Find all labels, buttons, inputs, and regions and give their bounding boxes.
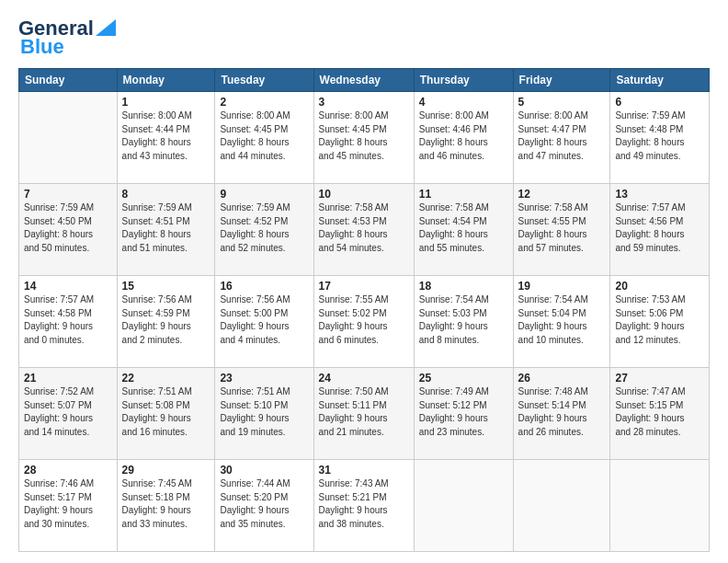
day-number: 8: [122, 188, 210, 201]
weekday-header-saturday: Saturday: [610, 69, 710, 92]
calendar-week-row: 14Sunrise: 7:57 AM Sunset: 4:58 PM Dayli…: [19, 276, 710, 368]
calendar-cell: [513, 460, 610, 552]
day-info: Sunrise: 7:46 AM Sunset: 5:17 PM Dayligh…: [24, 477, 112, 531]
day-info: Sunrise: 8:00 AM Sunset: 4:46 PM Dayligh…: [419, 109, 508, 163]
day-number: 9: [220, 188, 308, 201]
calendar-cell: 7Sunrise: 7:59 AM Sunset: 4:50 PM Daylig…: [19, 184, 118, 276]
calendar-cell: 11Sunrise: 7:58 AM Sunset: 4:54 PM Dayli…: [414, 184, 513, 276]
calendar-cell: 26Sunrise: 7:48 AM Sunset: 5:14 PM Dayli…: [513, 368, 610, 460]
day-info: Sunrise: 8:00 AM Sunset: 4:44 PM Dayligh…: [122, 109, 210, 163]
calendar-cell: 27Sunrise: 7:47 AM Sunset: 5:15 PM Dayli…: [610, 368, 710, 460]
logo: General Blue: [18, 17, 116, 59]
svg-marker-0: [96, 19, 116, 36]
calendar-cell: 15Sunrise: 7:56 AM Sunset: 4:59 PM Dayli…: [117, 276, 215, 368]
day-number: 3: [319, 96, 409, 109]
calendar-cell: 16Sunrise: 7:56 AM Sunset: 5:00 PM Dayli…: [215, 276, 313, 368]
day-number: 12: [518, 188, 606, 201]
day-info: Sunrise: 8:00 AM Sunset: 4:47 PM Dayligh…: [518, 109, 606, 163]
day-info: Sunrise: 7:57 AM Sunset: 4:56 PM Dayligh…: [615, 201, 704, 255]
calendar-cell: 24Sunrise: 7:50 AM Sunset: 5:11 PM Dayli…: [313, 368, 414, 460]
day-number: 16: [220, 280, 308, 293]
calendar-week-row: 1Sunrise: 8:00 AM Sunset: 4:44 PM Daylig…: [19, 92, 710, 184]
calendar-cell: 1Sunrise: 8:00 AM Sunset: 4:44 PM Daylig…: [117, 92, 215, 184]
day-number: 1: [122, 96, 210, 109]
day-info: Sunrise: 7:51 AM Sunset: 5:08 PM Dayligh…: [122, 385, 210, 439]
day-info: Sunrise: 7:59 AM Sunset: 4:48 PM Dayligh…: [615, 109, 704, 163]
day-info: Sunrise: 7:54 AM Sunset: 5:03 PM Dayligh…: [419, 293, 508, 347]
calendar-cell: 14Sunrise: 7:57 AM Sunset: 4:58 PM Dayli…: [19, 276, 118, 368]
day-number: 13: [615, 188, 704, 201]
calendar-week-row: 21Sunrise: 7:52 AM Sunset: 5:07 PM Dayli…: [19, 368, 710, 460]
day-info: Sunrise: 7:58 AM Sunset: 4:55 PM Dayligh…: [518, 201, 606, 255]
day-number: 25: [419, 372, 508, 385]
day-info: Sunrise: 7:50 AM Sunset: 5:11 PM Dayligh…: [319, 385, 409, 439]
day-info: Sunrise: 7:49 AM Sunset: 5:12 PM Dayligh…: [419, 385, 508, 439]
calendar-cell: 9Sunrise: 7:59 AM Sunset: 4:52 PM Daylig…: [215, 184, 313, 276]
day-number: 20: [615, 280, 704, 293]
day-info: Sunrise: 7:44 AM Sunset: 5:20 PM Dayligh…: [220, 477, 308, 531]
day-number: 5: [518, 96, 606, 109]
day-info: Sunrise: 7:59 AM Sunset: 4:50 PM Dayligh…: [24, 201, 112, 255]
day-info: Sunrise: 7:43 AM Sunset: 5:21 PM Dayligh…: [319, 477, 409, 531]
calendar-week-row: 7Sunrise: 7:59 AM Sunset: 4:50 PM Daylig…: [19, 184, 710, 276]
day-number: 4: [419, 96, 508, 109]
weekday-header-friday: Friday: [513, 69, 610, 92]
calendar-table: SundayMondayTuesdayWednesdayThursdayFrid…: [18, 68, 710, 552]
day-number: 2: [220, 96, 308, 109]
calendar-cell: 2Sunrise: 8:00 AM Sunset: 4:45 PM Daylig…: [215, 92, 313, 184]
weekday-header-sunday: Sunday: [19, 69, 118, 92]
calendar-cell: 3Sunrise: 8:00 AM Sunset: 4:45 PM Daylig…: [313, 92, 414, 184]
day-number: 10: [319, 188, 409, 201]
day-info: Sunrise: 7:47 AM Sunset: 5:15 PM Dayligh…: [615, 385, 704, 439]
calendar-cell: 31Sunrise: 7:43 AM Sunset: 5:21 PM Dayli…: [313, 460, 414, 552]
weekday-header-tuesday: Tuesday: [215, 69, 313, 92]
calendar-cell: 29Sunrise: 7:45 AM Sunset: 5:18 PM Dayli…: [117, 460, 215, 552]
day-info: Sunrise: 7:56 AM Sunset: 4:59 PM Dayligh…: [122, 293, 210, 347]
day-info: Sunrise: 7:56 AM Sunset: 5:00 PM Dayligh…: [220, 293, 308, 347]
day-number: 26: [518, 372, 606, 385]
calendar-cell: 17Sunrise: 7:55 AM Sunset: 5:02 PM Dayli…: [313, 276, 414, 368]
calendar-cell: 23Sunrise: 7:51 AM Sunset: 5:10 PM Dayli…: [215, 368, 313, 460]
day-number: 21: [24, 372, 112, 385]
calendar-cell: 5Sunrise: 8:00 AM Sunset: 4:47 PM Daylig…: [513, 92, 610, 184]
day-info: Sunrise: 7:58 AM Sunset: 4:54 PM Dayligh…: [419, 201, 508, 255]
day-number: 18: [419, 280, 508, 293]
calendar-cell: 28Sunrise: 7:46 AM Sunset: 5:17 PM Dayli…: [19, 460, 118, 552]
day-number: 23: [220, 372, 308, 385]
day-number: 7: [24, 188, 112, 201]
day-info: Sunrise: 7:51 AM Sunset: 5:10 PM Dayligh…: [220, 385, 308, 439]
day-number: 14: [24, 280, 112, 293]
day-number: 15: [122, 280, 210, 293]
calendar-cell: 21Sunrise: 7:52 AM Sunset: 5:07 PM Dayli…: [19, 368, 118, 460]
day-number: 31: [319, 464, 409, 477]
day-number: 6: [615, 96, 704, 109]
calendar-header-row: SundayMondayTuesdayWednesdayThursdayFrid…: [19, 69, 710, 92]
calendar-cell: 4Sunrise: 8:00 AM Sunset: 4:46 PM Daylig…: [414, 92, 513, 184]
day-info: Sunrise: 7:53 AM Sunset: 5:06 PM Dayligh…: [615, 293, 704, 347]
calendar-cell: 22Sunrise: 7:51 AM Sunset: 5:08 PM Dayli…: [117, 368, 215, 460]
calendar-cell: 18Sunrise: 7:54 AM Sunset: 5:03 PM Dayli…: [414, 276, 513, 368]
day-number: 17: [319, 280, 409, 293]
day-info: Sunrise: 7:45 AM Sunset: 5:18 PM Dayligh…: [122, 477, 210, 531]
day-info: Sunrise: 7:48 AM Sunset: 5:14 PM Dayligh…: [518, 385, 606, 439]
day-info: Sunrise: 8:00 AM Sunset: 4:45 PM Dayligh…: [220, 109, 308, 163]
calendar-cell: 10Sunrise: 7:58 AM Sunset: 4:53 PM Dayli…: [313, 184, 414, 276]
logo-arrow-icon: [96, 19, 116, 36]
day-info: Sunrise: 7:52 AM Sunset: 5:07 PM Dayligh…: [24, 385, 112, 439]
calendar-cell: 6Sunrise: 7:59 AM Sunset: 4:48 PM Daylig…: [610, 92, 710, 184]
day-info: Sunrise: 7:59 AM Sunset: 4:51 PM Dayligh…: [122, 201, 210, 255]
day-info: Sunrise: 7:59 AM Sunset: 4:52 PM Dayligh…: [220, 201, 308, 255]
day-number: 19: [518, 280, 606, 293]
calendar-cell: 30Sunrise: 7:44 AM Sunset: 5:20 PM Dayli…: [215, 460, 313, 552]
calendar-cell: 20Sunrise: 7:53 AM Sunset: 5:06 PM Dayli…: [610, 276, 710, 368]
header: General Blue: [18, 17, 710, 59]
day-info: Sunrise: 7:57 AM Sunset: 4:58 PM Dayligh…: [24, 293, 112, 347]
day-info: Sunrise: 7:58 AM Sunset: 4:53 PM Dayligh…: [319, 201, 409, 255]
day-number: 11: [419, 188, 508, 201]
logo-blue: Blue: [20, 35, 64, 59]
calendar-week-row: 28Sunrise: 7:46 AM Sunset: 5:17 PM Dayli…: [19, 460, 710, 552]
day-info: Sunrise: 8:00 AM Sunset: 4:45 PM Dayligh…: [319, 109, 409, 163]
calendar-page: General Blue SundayMondayTuesdayWednesda…: [0, 0, 728, 563]
day-number: 28: [24, 464, 112, 477]
day-number: 27: [615, 372, 704, 385]
